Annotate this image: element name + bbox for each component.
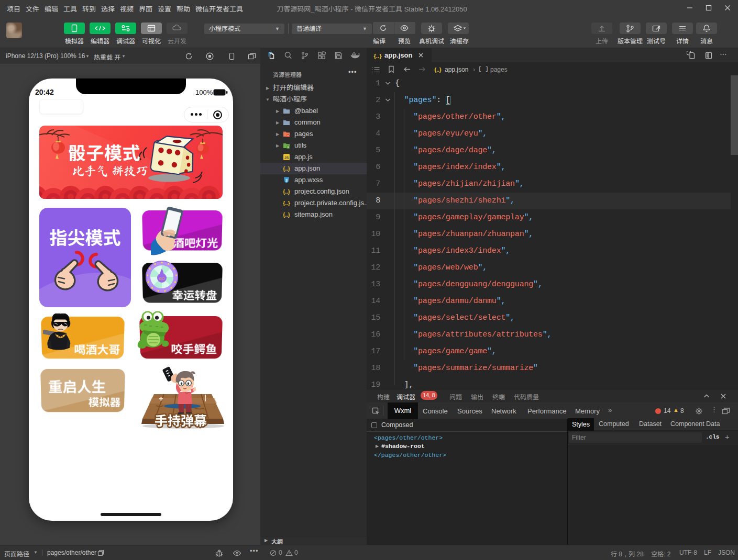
svg-text:3: 3 (285, 178, 288, 182)
svg-text:{..}: {..} (373, 53, 382, 59)
svg-text:{..}: {..} (434, 67, 441, 73)
svg-text:{..}: {..} (283, 212, 290, 218)
svg-text:GO: GO (159, 277, 165, 281)
svg-text:JS: JS (284, 156, 289, 160)
svg-text:{..}: {..} (283, 166, 290, 172)
svg-text:{..}: {..} (283, 189, 290, 195)
svg-text:{..}: {..} (283, 200, 290, 206)
